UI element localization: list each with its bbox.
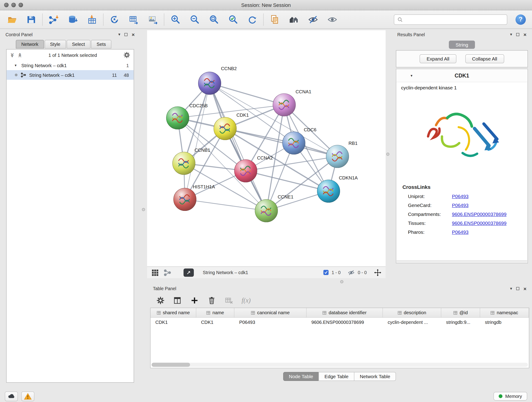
float-panel-icon[interactable] <box>124 33 128 36</box>
expand-all-button[interactable]: Expand All <box>420 54 456 63</box>
network-node-CDKN1A[interactable]: CDKN1A <box>317 175 358 203</box>
crosslink-link[interactable]: P06493 <box>452 230 469 235</box>
table-horizontal-scrollbar[interactable] <box>152 363 528 367</box>
network-overview-icon[interactable] <box>164 269 171 276</box>
delete-table-icon[interactable] <box>225 296 234 305</box>
column-header[interactable]: canonical name <box>234 308 307 317</box>
close-panel-icon[interactable]: × <box>524 286 526 291</box>
export-image-icon[interactable] <box>147 13 159 25</box>
column-header[interactable]: @id <box>441 308 480 317</box>
search-input[interactable] <box>405 17 504 22</box>
network-edge[interactable] <box>225 128 338 157</box>
copy-document-icon[interactable] <box>269 13 280 25</box>
toolbar-separator <box>42 13 43 26</box>
crosslink-link[interactable]: 9606.ENSP00000378699 <box>452 211 507 217</box>
expand-all-networks-icon[interactable]: ≫ <box>10 53 15 57</box>
crosslink-link[interactable]: P06493 <box>452 194 469 199</box>
function-builder-icon[interactable]: f(x) <box>242 297 251 304</box>
new-network-icon[interactable] <box>109 13 120 25</box>
network-options-gear-icon[interactable] <box>123 51 130 58</box>
scrollbar-thumb[interactable] <box>152 363 190 367</box>
tab-network-table[interactable]: Network Table <box>354 372 396 381</box>
hidden-eye-slash-icon[interactable] <box>348 269 355 276</box>
close-window-button[interactable] <box>4 3 9 7</box>
results-scrollbar[interactable] <box>397 260 527 263</box>
crosslink-link[interactable]: 9606.ENSP00000378699 <box>452 220 507 226</box>
crosslinks-title: CrossLinks <box>396 175 528 192</box>
minimize-window-button[interactable] <box>12 3 16 7</box>
network-node-CCNB1[interactable]: CCNB1 <box>172 148 210 175</box>
tab-string[interactable]: String <box>449 41 475 49</box>
network-node-RB1[interactable]: RB1 <box>326 141 358 168</box>
tab-style[interactable]: Style <box>44 40 66 49</box>
table-row[interactable]: CDK1 CDK1 P06493 9606.ENSP00000378699 cy… <box>151 318 529 327</box>
splitter-handle[interactable] <box>340 280 343 283</box>
birds-eye-view-button[interactable] <box>184 268 194 277</box>
save-session-icon[interactable] <box>25 13 37 25</box>
network-canvas[interactable]: CCNB2CCNA1CDC25BCDK1CDC6RB1CCNB1CCNA2CDK… <box>147 30 386 267</box>
grid-view-icon[interactable] <box>151 269 159 276</box>
import-table-icon[interactable] <box>86 13 98 25</box>
network-collection-row[interactable]: ▼ String Network – cdk1 1 <box>7 61 134 70</box>
network-node-CCNA1[interactable]: CCNA1 <box>273 89 311 116</box>
float-panel-icon[interactable] <box>516 287 519 290</box>
eye-slash-icon[interactable] <box>307 13 319 25</box>
network-node-label: HIST1H1A <box>193 184 215 189</box>
network-node-HIST1H1A[interactable]: HIST1H1A <box>174 184 215 211</box>
add-column-icon[interactable] <box>190 296 199 305</box>
network-edge[interactable] <box>185 83 210 199</box>
network-edge[interactable] <box>210 83 266 211</box>
network-node-CCNB2[interactable]: CCNB2 <box>198 66 237 95</box>
eye-icon[interactable] <box>326 13 338 25</box>
zoom-fit-icon[interactable] <box>208 13 220 25</box>
zoom-selected-icon[interactable] <box>227 13 239 25</box>
column-header[interactable]: database identifier <box>307 308 383 317</box>
collapse-triangle-icon[interactable]: ▼ <box>14 64 17 67</box>
zoom-out-icon[interactable] <box>189 13 201 25</box>
export-table-icon[interactable] <box>128 13 139 25</box>
open-session-icon[interactable] <box>6 13 18 25</box>
network-edge[interactable] <box>185 199 266 211</box>
import-network-database-icon[interactable] <box>67 13 79 25</box>
close-panel-icon[interactable]: × <box>524 32 526 37</box>
memory-button[interactable]: Memory <box>494 392 527 401</box>
network-view-toolbar: String Network – cdk1 1 - 0 0 - 0 <box>147 267 386 278</box>
zoom-window-button[interactable] <box>19 3 23 7</box>
network-edge[interactable] <box>210 83 284 105</box>
table-toolbar: f(x) <box>150 293 530 308</box>
column-header[interactable]: description <box>383 308 441 317</box>
splitter-handle[interactable] <box>386 153 389 156</box>
collapse-all-networks-icon[interactable]: ≫ <box>17 53 22 57</box>
panel-menu-icon[interactable]: ▾ <box>118 32 120 36</box>
import-network-file-icon[interactable] <box>48 13 60 25</box>
tab-network[interactable]: Network <box>16 40 44 49</box>
column-header[interactable]: shared name <box>151 308 196 317</box>
column-header[interactable]: name <box>196 308 234 317</box>
collapse-section-icon[interactable]: ▼ <box>410 74 413 77</box>
tab-node-table[interactable]: Node Table <box>283 372 319 381</box>
pan-crosshair-icon[interactable] <box>374 269 381 276</box>
zoom-in-icon[interactable] <box>170 13 181 25</box>
show-columns-icon[interactable] <box>173 296 182 305</box>
float-panel-icon[interactable] <box>516 33 519 36</box>
tab-select[interactable]: Select <box>66 40 90 49</box>
delete-column-icon[interactable] <box>207 296 216 305</box>
crosslink-link[interactable]: P06493 <box>452 203 469 208</box>
collapse-all-button[interactable]: Collapse All <box>465 54 504 63</box>
panel-menu-icon[interactable]: ▾ <box>510 32 512 36</box>
home-icon[interactable] <box>288 13 300 25</box>
help-button[interactable]: ? <box>515 14 526 25</box>
warnings-button[interactable] <box>21 391 34 401</box>
column-header[interactable]: namespac <box>480 308 529 317</box>
refresh-network-icon[interactable] <box>247 13 258 25</box>
close-panel-icon[interactable]: × <box>132 32 135 37</box>
table-options-gear-icon[interactable] <box>157 296 165 305</box>
selected-checkbox-icon[interactable] <box>323 270 329 275</box>
panel-menu-icon[interactable]: ▾ <box>510 287 512 291</box>
network-node-CDK1[interactable]: CDK1 <box>214 113 249 140</box>
tab-edge-table[interactable]: Edge Table <box>319 372 355 381</box>
splitter-handle[interactable] <box>142 208 145 211</box>
cloud-button[interactable] <box>5 391 18 401</box>
tab-sets[interactable]: Sets <box>91 40 112 49</box>
network-row-selected[interactable]: String Network – cdk1 11 48 <box>7 70 134 80</box>
